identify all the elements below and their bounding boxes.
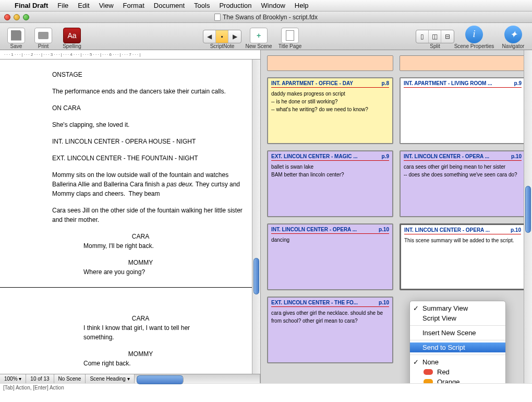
titlepage-button[interactable]: Title Page	[274, 24, 306, 49]
scene-heading: EXT. LINCOLN CENTER - THE FOUNTAIN - NIG…	[52, 153, 245, 163]
card-body: cara gives other girl the necklace. shou…	[271, 309, 389, 325]
ctx-color-none[interactable]: None	[410, 357, 505, 367]
ctx-summary-view[interactable]: Summary View	[410, 303, 505, 313]
split-segmented[interactable]: ▯◫⊟	[416, 30, 454, 43]
newscene-button[interactable]: New Scene	[243, 24, 274, 49]
card-body: This scene summary will be added to the …	[404, 237, 521, 244]
separator	[410, 325, 505, 326]
menu-format[interactable]: Format	[123, 2, 144, 9]
navigator-button[interactable]: ✦Navigator	[498, 24, 529, 49]
menu-tools[interactable]: Tools	[194, 2, 210, 9]
color-swatch	[424, 369, 433, 375]
horizontal-scrollbar[interactable]	[135, 374, 260, 383]
scene-indicator: No Scene	[54, 374, 86, 383]
scroll-thumb[interactable]	[253, 258, 259, 294]
character: CARA	[37, 314, 245, 323]
ctx-send-to-script[interactable]: Send to Script	[410, 342, 505, 352]
app-menu[interactable]: Final Draft	[15, 2, 48, 9]
card-header: INT. LINCOLN CENTER - OPERA ...p.10	[404, 153, 522, 161]
card-page: p.10	[379, 300, 389, 305]
prev-icon[interactable]: ◀	[203, 30, 216, 43]
color-swatch	[424, 379, 433, 383]
newscene-icon	[250, 28, 268, 43]
action: She's clapping, she loved it.	[52, 120, 245, 129]
info-icon: i	[465, 26, 483, 43]
vertical-scrollbar[interactable]	[252, 60, 260, 374]
separator	[410, 340, 505, 340]
scriptnote-button[interactable]: ◀▪▶ ScriptNote	[201, 24, 243, 49]
scene-card[interactable]	[400, 55, 526, 71]
workspace: · · · 1 · · · | · · · 2 · · · | · · · 3 …	[0, 50, 532, 383]
card-slug: INT. APARTMENT - OFFICE - DAY	[271, 80, 353, 86]
close-button[interactable]	[4, 14, 10, 20]
script-pane: · · · 1 · · · | · · · 2 · · · | · · · 3 …	[0, 50, 261, 383]
next-icon[interactable]: ▶	[228, 30, 241, 43]
card-header: INT. LINCOLN CENTER - OPERA ...p.10	[404, 227, 521, 234]
note-icon[interactable]: ▪	[216, 30, 228, 43]
zoom-button[interactable]	[23, 14, 29, 20]
separator	[410, 354, 505, 355]
card-body: dancing	[271, 236, 389, 244]
slug: ON CARA	[52, 103, 245, 113]
card-page: p.9	[382, 153, 389, 159]
card-slug: INT. APARTMENT - LIVING ROOM ...	[404, 80, 492, 86]
scene-card[interactable]: INT. LINCOLN CENTER - OPERA ...p.10danci…	[267, 223, 393, 290]
menu-window[interactable]: Window	[261, 2, 285, 9]
split-button[interactable]: ▯◫⊟ Split	[419, 24, 451, 49]
menu-view[interactable]: View	[99, 2, 114, 9]
card-page: p.10	[511, 227, 521, 233]
scene-card[interactable]: INT. LINCOLN CENTER - OPERA ...p.10cara …	[400, 150, 526, 217]
card-header: INT. LINCOLN CENTER - OPERA ...p.10	[271, 227, 389, 234]
element-select[interactable]: Scene Heading ▾	[86, 374, 134, 383]
spelling-button[interactable]: AaSpelling	[56, 24, 88, 49]
page-indicator: 10 of 13	[26, 374, 54, 383]
scene-card[interactable]: INT. APARTMENT - OFFICE - DAYp.8daddy ma…	[267, 77, 393, 144]
script-page[interactable]: ONSTAGE The performance ends and the dan…	[0, 60, 260, 374]
card-header: EXT. LINCOLN CENTER - THE FO...p.10	[271, 300, 389, 307]
character: CARA	[37, 232, 245, 241]
color-label: Red	[437, 368, 450, 376]
character: MOMMY	[37, 258, 245, 267]
action: The performance ends and the dancers tak…	[52, 87, 245, 96]
scene-heading: INT. LINCOLN CENTER - OPERA HOUSE - NIGH…	[52, 137, 245, 146]
scene-card[interactable]: INT. APARTMENT - LIVING ROOM ...p.9	[400, 77, 526, 144]
card-slug: EXT. LINCOLN CENTER - MAGIC ...	[271, 153, 358, 159]
scroll-thumb[interactable]	[525, 186, 531, 233]
spelling-icon: Aa	[63, 28, 81, 43]
dialogue: Come right back.	[83, 359, 203, 368]
scene-card[interactable]	[267, 55, 393, 71]
split2-icon[interactable]: ◫	[429, 30, 441, 43]
minimize-button[interactable]	[14, 14, 20, 20]
window-title: The Swans of Brooklyn - script.fdx	[214, 14, 318, 21]
scene-card[interactable]: EXT. LINCOLN CENTER - THE FO...p.10cara …	[267, 297, 393, 363]
sceneprops-button[interactable]: iScene Properties	[451, 24, 498, 49]
ctx-color-orange[interactable]: Orange	[410, 377, 505, 383]
scene-card[interactable]: EXT. LINCOLN CENTER - MAGIC ...p.9ballet…	[267, 150, 393, 217]
menu-production[interactable]: Production	[219, 2, 251, 9]
toolbar: Save Print AaSpelling ◀▪▶ ScriptNote New…	[0, 23, 532, 50]
menu-help[interactable]: Help	[295, 2, 309, 9]
ctx-color-red[interactable]: Red	[410, 367, 505, 377]
scriptnote-segmented[interactable]: ◀▪▶	[203, 30, 241, 43]
context-menu: Summary View Script View Insert New Scen…	[409, 301, 506, 383]
scroll-thumb[interactable]	[137, 375, 184, 384]
zoom-select[interactable]: 100% ▾	[0, 374, 26, 383]
card-slug: EXT. LINCOLN CENTER - THE FO...	[271, 300, 358, 305]
ctx-insert-scene[interactable]: Insert New Scene	[410, 328, 505, 338]
menu-edit[interactable]: Edit	[78, 2, 89, 9]
dialogue: I think I know that girl, I want to tell…	[83, 323, 203, 342]
color-label: Orange	[437, 378, 460, 383]
split1-icon[interactable]: ▯	[416, 30, 429, 43]
menu-document[interactable]: Document	[154, 2, 185, 9]
dialogue: Mommy, I'll be right back.	[83, 241, 203, 251]
card-header: INT. APARTMENT - LIVING ROOM ...p.9	[404, 80, 522, 88]
print-button[interactable]: Print	[30, 24, 56, 49]
titlebar: The Swans of Brooklyn - script.fdx	[0, 11, 532, 23]
cards-scrollbar[interactable]	[524, 50, 532, 383]
card-header: EXT. LINCOLN CENTER - MAGIC ...p.9	[271, 153, 389, 161]
scene-card[interactable]: INT. LINCOLN CENTER - OPERA ...p.10This …	[400, 223, 526, 290]
card-slug: INT. LINCOLN CENTER - OPERA ...	[271, 227, 357, 232]
save-button[interactable]: Save	[3, 24, 29, 49]
menu-file[interactable]: File	[57, 2, 68, 9]
ctx-script-view[interactable]: Script View	[410, 313, 505, 323]
